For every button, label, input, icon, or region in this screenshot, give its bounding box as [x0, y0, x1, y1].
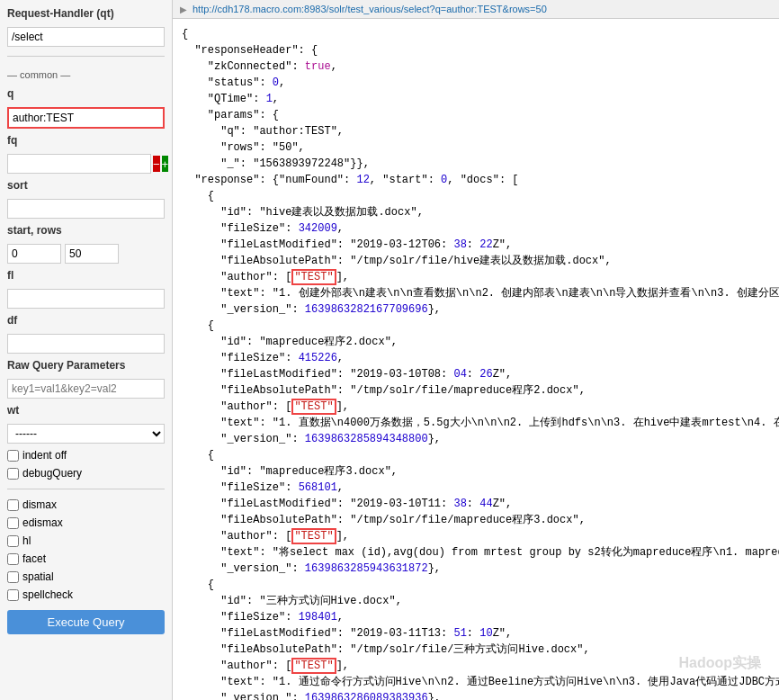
json-line: "_version_": 1639863285894348800}, — [182, 431, 770, 447]
indent-off-row: indent off — [7, 449, 165, 462]
facet-row: facet — [7, 552, 165, 565]
json-line: "fileSize": 198401, — [182, 609, 770, 625]
json-line: "params": { — [182, 107, 770, 123]
fq-input[interactable] — [7, 154, 151, 174]
json-line: "_version_": 1639863282167709696}, — [182, 301, 770, 318]
json-line: "fileLastModified": "2019-03-10T08: 04: … — [182, 366, 770, 382]
wt-label: wt — [7, 404, 165, 417]
df-label: df — [7, 314, 165, 327]
json-line: { — [182, 188, 770, 204]
debug-query-checkbox[interactable] — [7, 468, 19, 480]
hl-label: hl — [22, 534, 31, 547]
spatial-row: spatial — [7, 570, 165, 583]
debug-query-label: debugQuery — [22, 467, 82, 480]
json-line: { — [182, 318, 770, 334]
fq-label: fq — [7, 134, 165, 147]
start-rows-label: start, rows — [7, 224, 165, 237]
common-label: — common — — [7, 69, 165, 80]
divider-common — [7, 56, 165, 57]
wt-select[interactable]: ------ json xml csv — [7, 424, 165, 444]
json-line: "fileAbsolutePath": "/tmp/solr/file/mapr… — [182, 512, 770, 528]
json-line: { — [182, 26, 770, 42]
indent-off-checkbox[interactable] — [7, 450, 19, 462]
json-line: "text": "1. 直数据\n4000万条数据，5.5g大小\n\n\n2.… — [182, 415, 770, 431]
left-panel: Request-Handler (qt) — common — q fq − +… — [0, 0, 173, 700]
raw-query-input[interactable] — [7, 379, 165, 399]
json-line: { — [182, 447, 770, 463]
edismax-row: edismax — [7, 516, 165, 529]
hl-checkbox[interactable] — [7, 535, 19, 547]
json-line: "author": ["TEST"], — [182, 399, 770, 415]
hl-row: hl — [7, 534, 165, 547]
json-line: "fileSize": 568101, — [182, 480, 770, 496]
facet-checkbox[interactable] — [7, 553, 19, 565]
json-line: "fileLastModified": "2019-03-11T13: 51: … — [182, 625, 770, 642]
json-line: "author": ["TEST"], — [182, 528, 770, 544]
url-icon: ▶ — [180, 4, 187, 14]
q-label: q — [7, 87, 165, 100]
dismax-label: dismax — [22, 498, 57, 511]
fl-label: fl — [7, 269, 165, 282]
json-line: "author": ["TEST"], — [182, 658, 770, 674]
json-line: "author": ["TEST"], — [182, 269, 770, 285]
facet-label: facet — [22, 552, 46, 565]
sort-input[interactable] — [7, 199, 165, 219]
request-handler-label: Request-Handler (qt) — [7, 7, 165, 20]
url-bar: ▶ http://cdh178.macro.com:8983/solr/test… — [173, 0, 779, 19]
rows-input[interactable] — [65, 244, 119, 264]
json-line: "fileAbsolutePath": "/tmp/solr/file/hive… — [182, 253, 770, 269]
df-input[interactable] — [7, 334, 165, 354]
json-content[interactable]: { "responseHeader": { "zkConnected": tru… — [173, 19, 779, 700]
fq-add-button[interactable]: + — [162, 156, 169, 172]
spatial-label: spatial — [22, 570, 54, 583]
spatial-checkbox[interactable] — [7, 571, 19, 583]
edismax-checkbox[interactable] — [7, 517, 19, 529]
dismax-checkbox[interactable] — [7, 499, 19, 511]
url-text: http://cdh178.macro.com:8983/solr/test_v… — [193, 4, 547, 14]
edismax-label: edismax — [22, 516, 63, 529]
json-line: "status": 0, — [182, 75, 770, 91]
divider-opts — [7, 489, 165, 489]
start-input[interactable] — [7, 244, 61, 264]
json-line: "text": "1. 通过命令行方式访问Hive\n\n2. 通过Beelin… — [182, 674, 770, 690]
json-line: { — [182, 577, 770, 593]
json-line: "text": "1. 创建外部表\n建表\n\n查看数据\n\n2. 创建内部… — [182, 285, 770, 301]
fl-input[interactable] — [7, 289, 165, 309]
json-line: "id": "三种方式访问Hive.docx", — [182, 593, 770, 609]
right-panel: ▶ http://cdh178.macro.com:8983/solr/test… — [173, 0, 779, 700]
json-line: "responseHeader": { — [182, 42, 770, 58]
json-line: "fileSize": 415226, — [182, 350, 770, 366]
json-line: "id": "mapreduce程序3.docx", — [182, 463, 770, 480]
json-line: "q": "author:TEST", — [182, 123, 770, 139]
spellcheck-row: spellcheck — [7, 588, 165, 601]
json-line: "fileLastModified": "2019-03-12T06: 38: … — [182, 237, 770, 253]
json-line: "id": "mapreduce程序2.docx", — [182, 334, 770, 350]
raw-query-label: Raw Query Parameters — [7, 359, 165, 372]
json-line: "id": "hive建表以及数据加载.docx", — [182, 204, 770, 220]
spellcheck-label: spellcheck — [22, 588, 73, 601]
json-line: "fileLastModified": "2019-03-10T11: 38: … — [182, 496, 770, 512]
json-line: "text": "将select max (id),avg(dou) from … — [182, 544, 770, 561]
json-line: "fileSize": 342009, — [182, 220, 770, 237]
json-line: "rows": "50", — [182, 139, 770, 156]
q-input[interactable] — [7, 107, 165, 129]
spellcheck-checkbox[interactable] — [7, 589, 19, 601]
dismax-row: dismax — [7, 498, 165, 511]
execute-query-button[interactable]: Execute Query — [7, 610, 165, 634]
request-handler-input[interactable] — [7, 27, 165, 47]
json-line: "_": "1563893972248"}}, — [182, 156, 770, 172]
json-line: "zkConnected": true, — [182, 58, 770, 75]
start-rows-row — [7, 244, 165, 264]
debug-query-row: debugQuery — [7, 467, 165, 480]
indent-off-label: indent off — [22, 449, 67, 462]
sort-label: sort — [7, 179, 165, 192]
fq-row: − + — [7, 154, 165, 174]
json-line: "response": {"numFound": 12, "start": 0,… — [182, 172, 770, 188]
json-line: "fileAbsolutePath": "/tmp/solr/file/三种方式… — [182, 642, 770, 658]
json-line: "QTime": 1, — [182, 91, 770, 107]
json-line: "_version_": 1639863285943631872}, — [182, 561, 770, 577]
fq-remove-button[interactable]: − — [153, 156, 160, 172]
json-line: "fileAbsolutePath": "/tmp/solr/file/mapr… — [182, 382, 770, 399]
json-line: "_version_": 1639863286089383936}, — [182, 690, 770, 700]
